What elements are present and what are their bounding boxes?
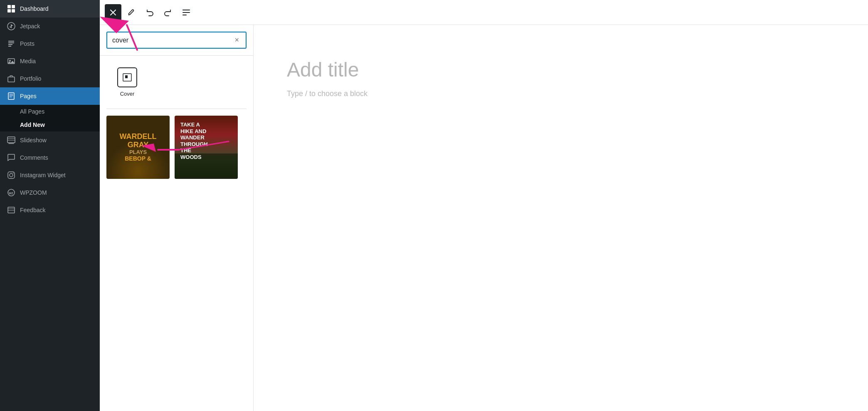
- wpzoom-label: WPZOOM: [20, 189, 47, 196]
- svg-rect-24: [125, 75, 128, 78]
- content-area: × Cover: [100, 25, 868, 411]
- sidebar-item-pages[interactable]: Pages: [0, 87, 100, 105]
- instagram-label: Instagram Widget: [20, 172, 66, 178]
- sidebar: Dashboard Jetpack Posts Media Portfolio: [0, 0, 100, 411]
- slideshow-icon: [7, 136, 16, 145]
- editor-writing-area: Add title Type / to choose a block: [254, 25, 868, 411]
- edit-button[interactable]: [123, 4, 140, 21]
- svg-rect-9: [7, 137, 15, 143]
- svg-text:WZ: WZ: [9, 192, 14, 195]
- svg-rect-3: [12, 9, 15, 12]
- cover-block-name: Cover: [120, 91, 135, 97]
- comments-icon: [7, 153, 16, 162]
- media-label: Media: [20, 58, 36, 64]
- sidebar-item-instagram[interactable]: Instagram Widget: [0, 166, 100, 184]
- sidebar-item-slideshow[interactable]: Slideshow: [0, 131, 100, 149]
- dashboard-label: Dashboard: [20, 5, 49, 12]
- main-area: × Cover: [100, 0, 868, 411]
- add-new-label: Add New: [20, 121, 45, 128]
- feedback-icon: [7, 206, 16, 215]
- feedback-label: Feedback: [20, 207, 45, 213]
- portfolio-label: Portfolio: [20, 75, 41, 82]
- pages-label: Pages: [20, 93, 37, 99]
- svg-rect-0: [7, 5, 11, 8]
- menu-button[interactable]: [178, 4, 195, 21]
- pages-submenu: All Pages Add New: [0, 105, 100, 131]
- pages-icon: [7, 92, 16, 101]
- all-pages-label: All Pages: [20, 108, 44, 115]
- svg-rect-8: [8, 93, 14, 99]
- search-input[interactable]: [112, 37, 233, 44]
- editor-title-placeholder[interactable]: Add title: [287, 58, 835, 81]
- dashboard-icon: [7, 4, 16, 13]
- svg-point-13: [10, 173, 13, 177]
- posts-label: Posts: [20, 40, 35, 47]
- sidebar-item-wpzoom[interactable]: WZ WPZOOM: [0, 184, 100, 201]
- undo-button[interactable]: [141, 4, 158, 21]
- sidebar-item-portfolio[interactable]: Portfolio: [0, 70, 100, 87]
- block-results: Cover: [100, 56, 253, 109]
- editor-block-placeholder[interactable]: Type / to choose a block: [287, 89, 835, 98]
- media-icon: [7, 57, 16, 66]
- svg-point-6: [9, 60, 11, 62]
- svg-rect-2: [7, 9, 11, 12]
- sidebar-item-jetpack[interactable]: Jetpack: [0, 17, 100, 35]
- pattern-wardell-bebop: BEBOP &: [125, 155, 151, 162]
- comments-label: Comments: [20, 154, 48, 161]
- pattern-hike-text: TAKE AHIKE ANDWANDERTHROUGHTHEWOODS: [180, 121, 208, 161]
- portfolio-icon: [7, 74, 16, 83]
- sidebar-item-posts[interactable]: Posts: [0, 35, 100, 52]
- block-inserter-panel: × Cover: [100, 25, 254, 411]
- close-button[interactable]: [105, 4, 121, 21]
- sidebar-subitem-add-new[interactable]: Add New: [0, 118, 100, 131]
- sidebar-subitem-all-pages[interactable]: All Pages: [0, 105, 100, 118]
- svg-point-14: [13, 173, 14, 173]
- svg-rect-17: [8, 207, 15, 213]
- sidebar-item-media[interactable]: Media: [0, 52, 100, 70]
- search-clear-button[interactable]: ×: [233, 36, 241, 45]
- jetpack-label: Jetpack: [20, 23, 40, 30]
- sidebar-item-feedback[interactable]: Feedback: [0, 201, 100, 219]
- posts-icon: [7, 39, 16, 48]
- jetpack-icon: [7, 22, 16, 31]
- redo-button[interactable]: [160, 4, 176, 21]
- cover-block-icon: [117, 67, 137, 87]
- sidebar-item-dashboard[interactable]: Dashboard: [0, 0, 100, 17]
- sidebar-item-comments[interactable]: Comments: [0, 149, 100, 166]
- slideshow-label: Slideshow: [20, 137, 47, 144]
- instagram-icon: [7, 171, 16, 180]
- editor-toolbar: [100, 0, 868, 25]
- pattern-wardell-plays: PLAYS: [129, 149, 147, 155]
- pattern-wardell-text: WARDELLGRAY: [120, 133, 157, 149]
- svg-rect-7: [8, 77, 15, 82]
- cover-block-item[interactable]: Cover: [106, 62, 148, 102]
- pattern-wardell[interactable]: WARDELLGRAY PLAYS BEBOP &: [106, 116, 170, 179]
- search-container: ×: [100, 25, 253, 56]
- pattern-hike[interactable]: TAKE AHIKE ANDWANDERTHROUGHTHEWOODS: [175, 116, 238, 179]
- block-patterns: WARDELLGRAY PLAYS BEBOP & TAKE AHIKE AND…: [100, 109, 253, 186]
- svg-rect-1: [12, 5, 15, 8]
- wpzoom-icon: WZ: [7, 188, 16, 197]
- search-box: ×: [106, 32, 247, 49]
